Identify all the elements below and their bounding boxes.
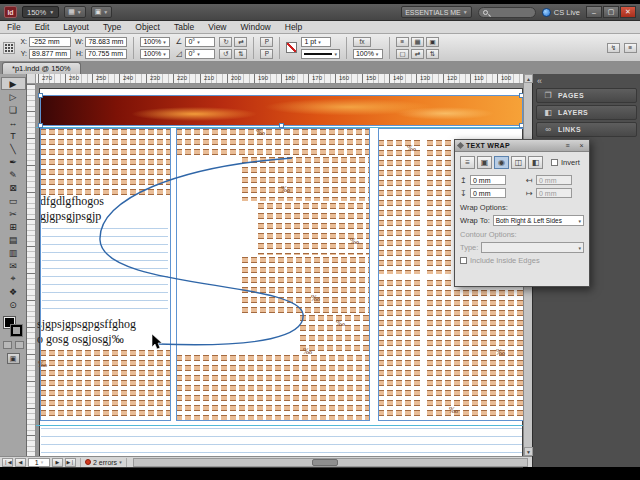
line-tool[interactable]: ╲ (1, 142, 26, 155)
horizontal-scroll-thumb[interactable] (312, 459, 338, 466)
flip-horizontal-button[interactable]: ⇄ (234, 37, 247, 47)
menu-layout[interactable]: Layout (56, 22, 96, 32)
minimize-button[interactable]: – (586, 6, 602, 18)
frame-fitting-button[interactable]: ⇄ (411, 49, 424, 59)
dock-panel-layers[interactable]: ◧LAYERS (536, 105, 637, 120)
width-field[interactable]: 78.683 mm (85, 37, 127, 47)
chevron-down-icon[interactable]: ▾ (119, 459, 122, 465)
x-position-field[interactable]: -252 mm (29, 37, 71, 47)
text-block[interactable] (378, 280, 422, 420)
y-position-field[interactable]: 89.877 mm (29, 49, 71, 59)
right-offset-field[interactable]: 0 mm (536, 188, 572, 198)
corner-options-button[interactable]: ▢ (396, 49, 409, 59)
rotate-ccw-button[interactable]: ↺ (219, 49, 232, 59)
greek-text-line[interactable]: gjgpsgjpsgjp (40, 209, 101, 224)
scroll-up-icon[interactable]: ▲ (524, 74, 533, 83)
vertical-ruler[interactable] (27, 84, 36, 456)
greek-text-line[interactable]: dfgdlgfhogos (40, 194, 104, 209)
workspace-switcher-button[interactable]: ESSENTIALS ME▼ (401, 6, 472, 18)
next-page-button[interactable]: ▶ (52, 458, 63, 467)
wrap-none-button[interactable]: ≡ (396, 37, 409, 47)
text-block[interactable] (176, 129, 369, 155)
first-page-button[interactable]: ❘◀ (2, 458, 13, 467)
eyedropper-tool[interactable]: ⌖ (1, 272, 26, 285)
scale-y-field[interactable]: 100%▾ (140, 49, 170, 59)
pencil-tool[interactable]: ✎ (1, 168, 26, 181)
height-field[interactable]: 70.755 mm (85, 49, 127, 59)
horizontal-ruler[interactable]: 2702602502402302202102001901801701601501… (36, 74, 532, 84)
hand-tool[interactable]: ❖ (1, 285, 26, 298)
story-direction-ltr-button[interactable]: P (260, 37, 273, 47)
rotate-cw-button[interactable]: ↻ (219, 37, 232, 47)
view-options-button[interactable]: ▦▼ (64, 6, 86, 18)
text-block[interactable] (176, 355, 369, 420)
jump-to-next-column-icon[interactable]: ◧ (528, 156, 543, 169)
scroll-down-icon[interactable]: ▼ (524, 447, 533, 456)
panel-menu-icon[interactable]: ≡ (563, 142, 572, 149)
direct-selection-tool[interactable]: ▷ (1, 90, 26, 103)
text-block[interactable] (242, 157, 369, 201)
invert-checkbox[interactable] (551, 159, 558, 166)
story-direction-rtl-button[interactable]: P (260, 49, 273, 59)
stroke-weight-field[interactable]: 1 pt▾ (301, 37, 331, 47)
opacity-field[interactable]: 100%▾ (353, 49, 383, 59)
left-offset-field[interactable]: 0 mm (536, 175, 572, 185)
control-panel-menu-button[interactable]: ≡ (624, 43, 637, 53)
dock-panel-links[interactable]: ∞LINKS (536, 122, 637, 137)
text-block[interactable] (378, 140, 422, 274)
formatting-affects-container-button[interactable] (3, 341, 12, 349)
text-block[interactable] (242, 257, 369, 313)
wrap-object-shape-icon[interactable]: ◉ (494, 156, 509, 169)
gradient-feather-tool[interactable]: ▥ (1, 246, 26, 259)
greek-text-line[interactable]: sjgpsjgpsgpgsffghog (37, 317, 136, 332)
screen-mode-button[interactable]: ▣▼ (91, 6, 113, 18)
gap-tool[interactable]: ↔ (1, 116, 26, 129)
scale-x-field[interactable]: 100%▾ (140, 37, 170, 47)
quick-apply-button[interactable]: ↯ (607, 43, 620, 53)
text-block[interactable] (258, 203, 369, 255)
top-offset-field[interactable]: 0 mm (470, 175, 506, 185)
pen-tool[interactable]: ✒ (1, 155, 26, 168)
cs-live-button[interactable]: CS Live (542, 8, 580, 17)
text-block[interactable] (40, 350, 170, 420)
menu-table[interactable]: Table (167, 22, 201, 32)
horizontal-scrollbar[interactable] (133, 458, 528, 467)
dock-expand-button[interactable]: « (533, 76, 640, 86)
page-number-field[interactable]: 1▾ (28, 458, 50, 467)
wrap-bounding-box-icon[interactable]: ▣ (477, 156, 492, 169)
zoom-tool[interactable]: ⊙ (1, 298, 26, 311)
formatting-affects-text-button[interactable] (15, 341, 24, 349)
screen-mode-toggle[interactable]: ▣ (7, 353, 20, 364)
flip-vertical-button[interactable]: ⇅ (234, 49, 247, 59)
preflight-errors-label[interactable]: 2 errors (93, 459, 117, 466)
menu-view[interactable]: View (201, 22, 233, 32)
jump-object-icon[interactable]: ◫ (511, 156, 526, 169)
effects-button[interactable]: fx (353, 37, 371, 47)
previous-page-button[interactable]: ◀ (15, 458, 26, 467)
reference-point-proxy[interactable] (3, 42, 15, 54)
scissors-tool[interactable]: ✂ (1, 207, 26, 220)
menu-edit[interactable]: Edit (28, 22, 57, 32)
restore-button[interactable]: ▢ (603, 6, 619, 18)
align-button[interactable]: ⇅ (426, 49, 439, 59)
fit-content-button[interactable]: ▣ (426, 37, 439, 47)
fill-stroke-swatches[interactable] (1, 315, 26, 339)
shear-field[interactable]: 0°▾ (185, 49, 215, 59)
contour-type-select[interactable]: ▾ (481, 242, 584, 253)
text-block[interactable] (300, 315, 369, 353)
stroke-color-swatch[interactable] (286, 42, 297, 53)
note-tool[interactable]: ✉ (1, 259, 26, 272)
include-inside-edges-checkbox[interactable] (460, 257, 467, 264)
menu-file[interactable]: File (0, 22, 28, 32)
wrap-to-select[interactable]: Both Right & Left Sides▾ (493, 215, 584, 226)
document-tab[interactable]: *p1.indd @ 150% (2, 62, 81, 74)
dock-panel-pages[interactable]: ❐PAGES (536, 88, 637, 103)
greek-text-line[interactable]: о gosg osgjosgj‰ (37, 332, 124, 347)
rectangle-frame-tool[interactable]: ⊠ (1, 181, 26, 194)
menu-object[interactable]: Object (128, 22, 167, 32)
no-wrap-icon[interactable]: ≡ (460, 156, 475, 169)
search-text-field[interactable] (491, 9, 531, 16)
bottom-offset-field[interactable]: 0 mm (470, 188, 506, 198)
menu-help[interactable]: Help (278, 22, 309, 32)
last-page-button[interactable]: ▶❘ (65, 458, 76, 467)
